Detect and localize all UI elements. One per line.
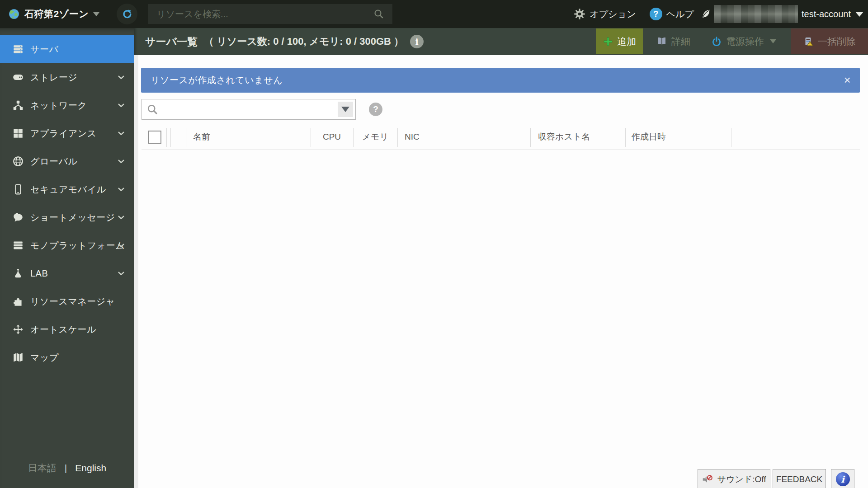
storage-icon: [12, 71, 24, 84]
help-menu[interactable]: ? ヘルプ: [650, 8, 694, 20]
refresh-icon: [122, 9, 132, 19]
sidebar-item-label: サーバ: [30, 43, 58, 56]
column-header: 収容ホスト名: [530, 124, 625, 150]
help-label: ヘルプ: [666, 8, 694, 20]
language-japanese-link[interactable]: 日本語: [28, 462, 57, 474]
language-divider: |: [65, 463, 67, 474]
chevron-down-icon: [116, 184, 126, 194]
column-header: 名前: [187, 124, 311, 150]
sidebar-item-short-message[interactable]: ショートメッセージ: [0, 203, 134, 231]
sidebar-item-auto-scale[interactable]: オートスケール: [0, 315, 134, 343]
page-title: サーバ一覧: [145, 35, 198, 49]
sidebar-item-mono-platform[interactable]: モノプラットフォーム: [0, 231, 134, 259]
delete-server-warning-icon: [803, 36, 814, 47]
power-operations-button[interactable]: 電源操作: [705, 28, 783, 54]
empty-resource-banner: リソースが作成されていません ×: [141, 68, 860, 93]
column-separator: [170, 128, 171, 147]
zone-label: 石狩第2ゾーン: [24, 8, 89, 20]
feather-icon: [699, 8, 711, 20]
main-content: リソースが作成されていません × ? 名前CPUメモリNIC収容ホスト名作成日時: [134, 55, 868, 488]
server-table-header: 名前CPUメモリNIC収容ホスト名作成日時: [142, 124, 860, 150]
resource-manager-icon: [12, 295, 24, 308]
sidebar-item-label: グローバル: [30, 155, 77, 168]
sidebar-item-label: ショートメッセージ: [30, 211, 115, 224]
add-button[interactable]: 追加: [596, 28, 643, 54]
filter-dropdown-button[interactable]: [338, 102, 353, 117]
global-icon: [12, 155, 24, 168]
chevron-down-icon: [116, 212, 126, 222]
language-english-link[interactable]: English: [75, 463, 106, 474]
sidebar-item-appliance[interactable]: アプライアンス: [0, 119, 134, 147]
sidebar-item-lab[interactable]: LAB: [0, 259, 134, 287]
speaker-muted-icon: [702, 474, 713, 485]
network-icon: [12, 99, 24, 112]
account-menu[interactable]: test-account: [802, 9, 863, 19]
sidebar-item-network[interactable]: ネットワーク: [0, 91, 134, 119]
refresh-button[interactable]: [117, 4, 137, 24]
sidebar-item-global[interactable]: グローバル: [0, 147, 134, 175]
header-toolbar: 追加 詳細 電源操作 一括削除: [596, 28, 868, 54]
options-menu[interactable]: オプション: [574, 8, 636, 20]
options-label: オプション: [590, 8, 636, 20]
help-icon: ?: [650, 8, 662, 20]
content-header: サーバ一覧 （ リソース数: 0 / 100, メモリ: 0 / 300GB ）…: [134, 28, 868, 55]
account-label: test-account: [802, 9, 851, 19]
sidebar-item-label: LAB: [30, 268, 48, 279]
sidebar-item-label: アプライアンス: [30, 127, 97, 140]
appliance-icon: [12, 127, 24, 140]
sidebar-item-server[interactable]: サーバ: [0, 35, 134, 63]
chevron-down-icon: [770, 39, 776, 43]
chevron-down-icon: [341, 107, 349, 112]
chevron-down-icon: [116, 268, 126, 278]
server-icon: [12, 43, 24, 56]
global-search-input[interactable]: リソースを検索...: [148, 4, 392, 24]
sidebar-item-label: ネットワーク: [30, 99, 87, 112]
sidebar: サーバ ストレージ ネットワーク アプライアンス グローバル セキュアモバイル …: [0, 28, 134, 488]
mono-platform-icon: [12, 239, 24, 252]
filter-bar: ?: [142, 99, 356, 120]
sidebar-item-secure-mobile[interactable]: セキュアモバイル: [0, 175, 134, 203]
info-icon: i: [836, 472, 850, 486]
sound-toggle-button[interactable]: サウンド:Off: [698, 469, 770, 488]
topbar-right: オプション ? ヘルプ test-account: [574, 5, 868, 23]
support-info-button[interactable]: i: [831, 469, 854, 488]
column-separator: [731, 128, 731, 147]
globe-logo-icon: [8, 8, 20, 20]
auto-scale-icon: [12, 323, 24, 336]
column-header: NIC: [397, 124, 530, 150]
map-icon: [12, 351, 24, 364]
sidebar-item-label: マップ: [30, 352, 59, 364]
info-icon[interactable]: i: [410, 35, 424, 48]
topbar: 石狩第2ゾーン リソースを検索... オプション ? ヘルプ test-acco…: [0, 0, 868, 28]
chevron-down-icon: [116, 240, 126, 250]
chevron-down-icon: [93, 12, 99, 16]
details-button[interactable]: 詳細: [649, 28, 698, 54]
language-switcher: 日本語 | English: [0, 462, 134, 474]
chevron-down-icon: [116, 128, 126, 138]
resource-quota-summary: （ リソース数: 0 / 100, メモリ: 0 / 300GB ）: [204, 35, 404, 48]
banner-message: リソースが作成されていません: [151, 74, 283, 86]
zone-selector[interactable]: 石狩第2ゾーン: [0, 8, 99, 20]
sidebar-item-label: リソースマネージャ: [30, 296, 115, 308]
sidebar-item-label: ストレージ: [30, 71, 77, 84]
feedback-button[interactable]: FEEDBACK: [773, 469, 826, 488]
filter-help-icon[interactable]: ?: [369, 103, 382, 116]
column-separator: [166, 128, 167, 147]
gear-icon: [574, 8, 585, 20]
column-header: 作成日時: [625, 124, 731, 150]
sidebar-item-label: モノプラットフォーム: [30, 239, 125, 252]
sidebar-item-storage[interactable]: ストレージ: [0, 63, 134, 91]
filter-search-input[interactable]: [142, 99, 356, 120]
sidebar-nav: サーバ ストレージ ネットワーク アプライアンス グローバル セキュアモバイル …: [0, 28, 134, 371]
sidebar-item-map[interactable]: マップ: [0, 343, 134, 371]
book-icon: [656, 36, 667, 47]
global-search-placeholder: リソースを検索...: [156, 8, 373, 20]
select-all-checkbox[interactable]: [148, 131, 161, 144]
search-icon: [146, 103, 159, 116]
sidebar-item-label: オートスケール: [30, 324, 96, 336]
chevron-down-icon: [116, 100, 126, 110]
chevron-down-icon: [855, 12, 863, 17]
sidebar-item-resource-manager[interactable]: リソースマネージャ: [0, 287, 134, 315]
bulk-delete-button[interactable]: 一括削除: [791, 28, 868, 54]
close-icon[interactable]: ×: [840, 73, 854, 88]
